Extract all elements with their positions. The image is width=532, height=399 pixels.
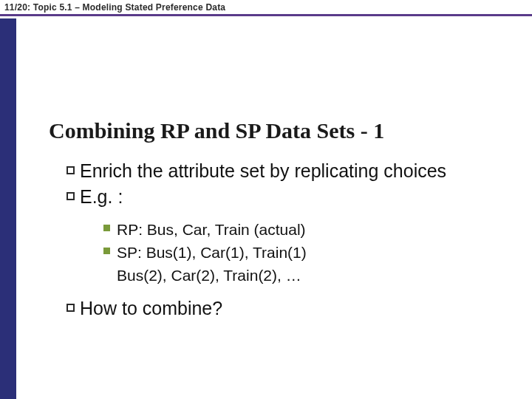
bullet-marker-open-square-icon bbox=[66, 160, 80, 174]
bullet-text: SP: Bus(1), Car(1), Train(1) bbox=[117, 242, 307, 262]
bullet-text: RP: Bus, Car, Train (actual) bbox=[117, 219, 306, 239]
bullet-marker-filled-square-icon bbox=[103, 219, 117, 231]
bullet-marker-open-square-icon bbox=[66, 185, 80, 200]
bullet-list-level1-after: How to combine? bbox=[66, 297, 532, 320]
bullet-item: RP: Bus, Car, Train (actual) bbox=[103, 219, 532, 239]
bullet-item: SP: Bus(1), Car(1), Train(1) bbox=[103, 242, 532, 262]
bullet-text: Enrich the attribute set by replicating … bbox=[80, 160, 446, 183]
slide-content: Combining RP and SP Data Sets - 1 Enrich… bbox=[16, 18, 532, 399]
header-text: 11/20: Topic 5.1 – Modeling Stated Prefe… bbox=[4, 2, 225, 13]
bullet-item: Enrich the attribute set by replicating … bbox=[66, 160, 532, 183]
bullet-text: How to combine? bbox=[80, 297, 222, 320]
bullet-list-level2: RP: Bus, Car, Train (actual) SP: Bus(1),… bbox=[103, 219, 532, 286]
bullet-item: How to combine? bbox=[66, 297, 532, 320]
bullet-marker-open-square-icon bbox=[66, 297, 80, 312]
bullet-text: E.g. : bbox=[80, 185, 123, 208]
bullet-item: E.g. : bbox=[66, 185, 532, 208]
bullet-continuation: Bus(2), Car(2), Train(2), … bbox=[117, 265, 532, 285]
bullet-list-level1: Enrich the attribute set by replicating … bbox=[66, 160, 532, 209]
left-accent-bar bbox=[0, 18, 16, 399]
slide-title: Combining RP and SP Data Sets - 1 bbox=[49, 118, 532, 143]
bullet-marker-filled-square-icon bbox=[103, 242, 117, 254]
header-bar: 11/20: Topic 5.1 – Modeling Stated Prefe… bbox=[0, 0, 532, 16]
